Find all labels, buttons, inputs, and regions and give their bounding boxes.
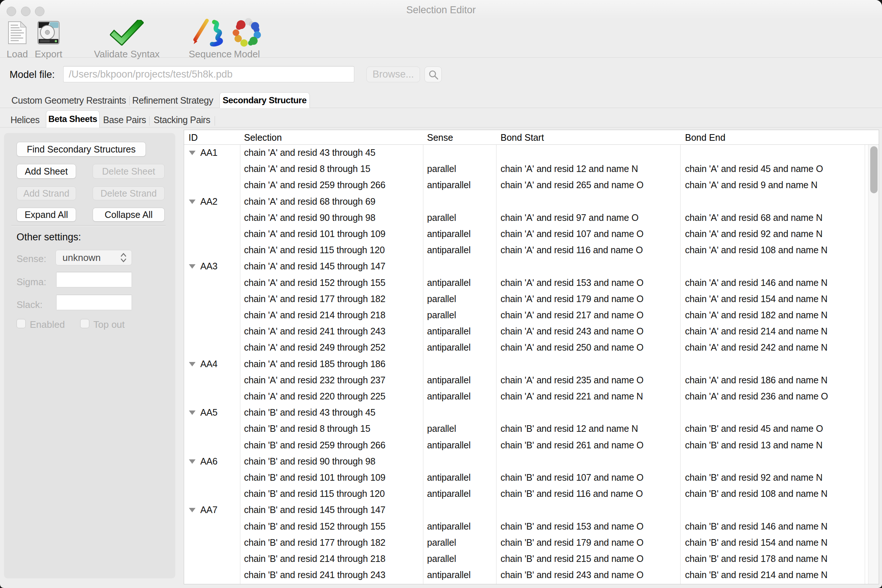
sigma-field[interactable] — [56, 272, 132, 287]
sense-dropdown[interactable]: unknown — [56, 250, 132, 266]
disclosure-triangle-icon[interactable] — [189, 459, 195, 464]
cell-selection: chain 'A' and resid 232 through 237 — [244, 375, 386, 386]
browse-button[interactable]: Browse... — [366, 66, 420, 82]
table-row[interactable]: AA5 chain 'B' and resid 43 through 45 — [184, 405, 879, 421]
column-header-id[interactable]: ID — [189, 132, 198, 143]
cell-id: AA5 — [200, 407, 218, 418]
subtab-stacking-pairs[interactable]: Stacking Pairs — [152, 115, 212, 125]
add-strand-button[interactable]: Add Strand — [16, 186, 76, 200]
disclosure-triangle-icon[interactable] — [189, 151, 195, 155]
cell-sense: parallel — [427, 294, 456, 304]
cell-bond-start: chain 'A' and resid 217 and name O — [501, 310, 644, 321]
tab-secondary-structure[interactable]: Secondary Structure — [219, 92, 310, 108]
model-file-input[interactable] — [63, 66, 354, 82]
find-secondary-structures-button[interactable]: Find Secondary Structures — [16, 142, 146, 156]
cell-bond-end: chain 'A' and resid 108 and name N — [685, 245, 828, 255]
table-row[interactable]: chain 'A' and resid 232 through 237 anti… — [184, 372, 879, 388]
disclosure-triangle-icon[interactable] — [189, 508, 195, 512]
disclosure-triangle-icon[interactable] — [189, 264, 195, 268]
disclosure-triangle-icon[interactable] — [189, 362, 195, 366]
sequence-button[interactable]: Sequence — [186, 18, 234, 57]
table-row[interactable]: chain 'B' and resid 152 through 155 anti… — [184, 519, 879, 535]
column-header-bond-end[interactable]: Bond End — [685, 132, 726, 143]
add-sheet-button[interactable]: Add Sheet — [16, 164, 76, 178]
table-row[interactable]: chain 'B' and resid 115 through 120 anti… — [184, 486, 879, 502]
column-divider — [423, 130, 423, 584]
table-row[interactable]: chain 'A' and resid 241 through 243 anti… — [184, 323, 879, 340]
top-out-checkbox[interactable] — [80, 319, 89, 328]
cell-selection: chain 'A' and resid 177 through 182 — [244, 294, 386, 304]
cell-selection: chain 'A' and resid 152 through 155 — [244, 278, 386, 288]
table-row[interactable]: chain 'A' and resid 115 through 120 anti… — [184, 242, 879, 258]
expand-all-button[interactable]: Expand All — [16, 208, 76, 222]
settings-divider — [11, 225, 166, 226]
delete-sheet-button[interactable]: Delete Sheet — [93, 164, 165, 178]
subtab-helices[interactable]: Helices — [7, 115, 44, 125]
vertical-scrollbar[interactable] — [868, 145, 879, 584]
tab-custom-geometry-restraints[interactable]: Custom Geometry Restraints — [8, 95, 129, 106]
toolbar-separator — [0, 57, 882, 58]
scrollbar-thumb[interactable] — [870, 146, 878, 193]
validate-syntax-button[interactable]: Validate Syntax — [93, 18, 161, 57]
table-row[interactable]: AA6 chain 'B' and resid 90 through 98 — [184, 453, 879, 470]
table-row[interactable]: chain 'B' and resid 8 through 15 paralle… — [184, 421, 879, 437]
table-row[interactable]: chain 'A' and resid 249 through 252 anti… — [184, 340, 879, 356]
other-settings-heading: Other settings: — [16, 231, 81, 243]
subtab-base-pairs[interactable]: Base Pairs — [101, 115, 148, 125]
table-row[interactable]: chain 'A' and resid 177 through 182 para… — [184, 291, 879, 307]
subtab-separator — [214, 116, 215, 126]
disclosure-triangle-icon[interactable] — [189, 411, 195, 415]
cell-bond-end: chain 'A' and resid 146 and name N — [685, 278, 828, 288]
table-row[interactable]: AA3 chain 'A' and resid 145 through 147 — [184, 258, 879, 274]
table-row[interactable]: chain 'B' and resid 101 through 109 anti… — [184, 470, 879, 486]
table-row[interactable]: AA2 chain 'A' and resid 68 through 69 — [184, 194, 879, 210]
table-row[interactable]: chain 'B' and resid 177 through 182 para… — [184, 535, 879, 551]
enabled-checkbox[interactable] — [16, 319, 26, 328]
document-icon — [5, 19, 29, 46]
collapse-all-button[interactable]: Collapse All — [93, 208, 165, 222]
cell-id: AA2 — [200, 196, 218, 207]
disclosure-triangle-icon[interactable] — [189, 200, 195, 204]
table-row[interactable]: chain 'A' and resid 259 through 266 anti… — [184, 177, 879, 193]
table-row[interactable]: chain 'B' and resid 214 through 218 para… — [184, 551, 879, 567]
top-out-checkbox-label: Top out — [93, 319, 124, 330]
model-button[interactable]: Model — [229, 18, 266, 57]
cell-bond-start: chain 'A' and resid 250 and name O — [501, 342, 644, 353]
column-header-bond-start[interactable]: Bond Start — [501, 132, 544, 143]
cell-bond-start: chain 'A' and resid 97 and name O — [501, 212, 638, 223]
table-row[interactable]: AA7 chain 'B' and resid 145 through 147 — [184, 502, 879, 518]
tab-separator — [129, 96, 130, 105]
cell-sense: parallel — [427, 310, 456, 321]
cell-sense: antiparallel — [427, 472, 471, 483]
slack-field[interactable] — [56, 295, 132, 310]
cell-selection: chain 'B' and resid 115 through 120 — [244, 488, 385, 499]
subtab-beta-sheets[interactable]: Beta Sheets — [46, 110, 100, 128]
sense-value: unknown — [56, 252, 120, 264]
cell-selection: chain 'B' and resid 43 through 45 — [244, 407, 375, 418]
cell-sense: antiparallel — [427, 278, 471, 288]
table-row[interactable]: chain 'B' and resid 241 through 243 anti… — [184, 567, 879, 583]
delete-strand-button[interactable]: Delete Strand — [93, 186, 165, 200]
table-row[interactable]: chain 'A' and resid 8 through 15 paralle… — [184, 161, 879, 177]
table-row[interactable]: AA4 chain 'A' and resid 185 through 186 — [184, 356, 879, 372]
cell-bond-end: chain 'B' and resid 146 and name N — [685, 521, 828, 532]
table-row[interactable]: chain 'A' and resid 220 through 225 anti… — [184, 388, 879, 405]
sheet-controls-panel: Find Secondary Structures Add Sheet Dele… — [4, 133, 175, 579]
load-button[interactable]: Load — [5, 18, 29, 57]
cell-bond-start: chain 'B' and resid 12 and name N — [501, 423, 638, 434]
export-button[interactable]: Export — [34, 18, 63, 57]
molecule-model-icon — [229, 19, 266, 46]
tab-refinement-strategy[interactable]: Refinement Strategy — [131, 95, 214, 106]
table-row[interactable]: chain 'A' and resid 152 through 155 anti… — [184, 275, 879, 291]
column-header-selection[interactable]: Selection — [244, 132, 282, 143]
table-row[interactable]: chain 'B' and resid 259 through 266 anti… — [184, 437, 879, 453]
table-row[interactable]: chain 'A' and resid 101 through 109 anti… — [184, 226, 879, 242]
cell-bond-start: chain 'A' and resid 243 and name O — [501, 326, 644, 337]
table-row[interactable]: AA1 chain 'A' and resid 43 through 45 — [184, 145, 879, 161]
column-header-sense[interactable]: Sense — [427, 132, 453, 143]
table-row[interactable]: chain 'A' and resid 90 through 98 parall… — [184, 210, 879, 226]
search-file-button[interactable] — [424, 66, 442, 82]
stepper-chevrons-icon — [120, 252, 127, 263]
cell-bond-end: chain 'A' and resid 45 and name O — [685, 164, 823, 174]
table-row[interactable]: chain 'A' and resid 214 through 218 para… — [184, 307, 879, 323]
